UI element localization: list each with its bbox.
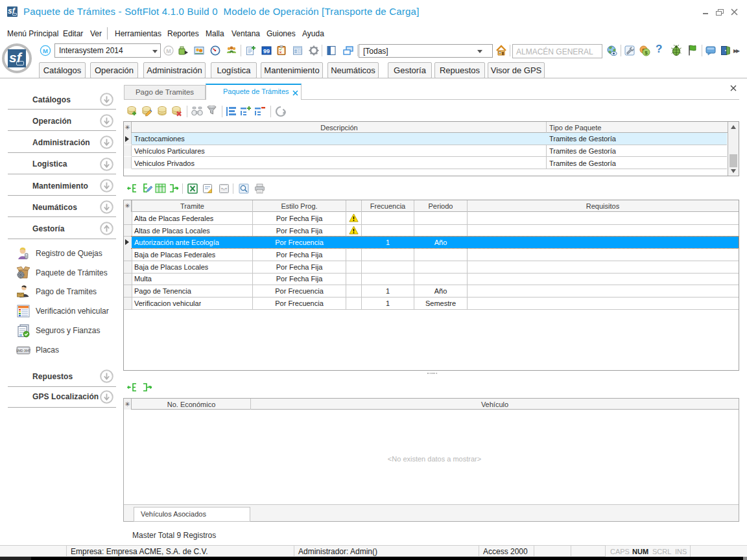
svg-text:M: M xyxy=(43,47,48,54)
svg-text:99: 99 xyxy=(263,48,270,54)
svg-text:M: M xyxy=(166,48,171,54)
svg-text:TxT: TxT xyxy=(221,187,228,191)
svg-text:UMD-3647: UMD-3647 xyxy=(16,349,30,353)
svg-text:$: $ xyxy=(645,50,648,56)
